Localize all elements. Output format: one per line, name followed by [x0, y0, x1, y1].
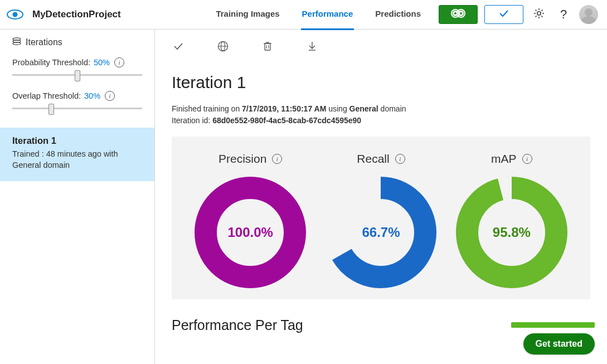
precision-value: 100.0% [195, 177, 306, 288]
metrics-panel: Precision i 100.0% Recall i [172, 137, 590, 299]
iteration-id-label: Iteration id: [172, 116, 212, 125]
svg-line-15 [536, 16, 537, 17]
svg-point-8 [537, 12, 541, 15]
sidebar: Iterations Probability Threshold: 50% i … [0, 30, 155, 364]
map-title: mAP [491, 152, 517, 166]
tab-predictions[interactable]: Predictions [374, 0, 422, 30]
info-icon[interactable]: i [114, 57, 124, 67]
recall-value: 66.7% [325, 177, 436, 288]
overlap-threshold-value: 30% [84, 91, 100, 100]
settings-button[interactable] [530, 6, 548, 23]
iterations-icon [12, 37, 21, 47]
svg-line-16 [541, 10, 542, 11]
publish-button[interactable] [214, 37, 232, 55]
slider-thumb[interactable] [75, 70, 80, 81]
train-button[interactable] [439, 5, 478, 24]
header-actions: ? [439, 5, 598, 24]
probability-threshold-value: 50% [94, 58, 110, 67]
recall-metric: Recall i 66.7% [315, 152, 446, 288]
gears-icon [451, 8, 465, 21]
gear-icon [533, 8, 545, 21]
overlap-threshold-slider[interactable] [12, 104, 142, 114]
map-metric: mAP i 95.8% [446, 152, 577, 288]
info-icon[interactable]: i [105, 91, 115, 101]
svg-point-1 [13, 12, 18, 17]
iterations-list: Iteration 1 Trained : 48 minutes ago wit… [0, 128, 154, 181]
main: Iteration 1 Finished training on 7/17/20… [155, 30, 607, 364]
iterations-title: Iterations [26, 37, 62, 47]
probability-threshold-label: Probability Threshold: [12, 58, 90, 67]
tab-performance[interactable]: Performance [301, 0, 355, 30]
svg-line-14 [541, 16, 542, 17]
iteration-id: 68d0e552-980f-4ac5-8cab-67cdc4595e90 [212, 116, 361, 125]
finished-domain: General [349, 104, 378, 113]
iteration-list-item[interactable]: Iteration 1 Trained : 48 minutes ago wit… [0, 128, 154, 181]
delete-button[interactable] [259, 37, 276, 55]
nav-tabs: Training Images Performance Predictions [215, 0, 422, 29]
probability-threshold-label-row: Probability Threshold: 50% i [12, 57, 142, 67]
finished-datetime: 7/17/2019, 11:50:17 AM [242, 104, 326, 113]
precision-donut: 100.0% [195, 177, 306, 288]
map-value: 95.8% [456, 177, 567, 288]
iterations-title-row: Iterations [12, 37, 142, 47]
probability-threshold-slider[interactable] [12, 71, 142, 81]
progress-bar [511, 322, 595, 328]
overlap-threshold-label-row: Overlap Threshold: 30% i [12, 91, 142, 101]
finished-suffix: domain [378, 104, 406, 113]
iteration-metadata: Finished training on 7/17/2019, 11:50:17… [172, 103, 590, 127]
iteration-heading: Iteration 1 [172, 73, 590, 92]
svg-point-7 [460, 12, 462, 14]
svg-point-6 [454, 12, 457, 14]
finished-mid: using [326, 104, 349, 113]
iteration-toolbar [155, 30, 607, 59]
quick-test-button[interactable] [484, 5, 523, 24]
recall-donut: 66.7% [325, 177, 436, 288]
overlap-threshold-label: Overlap Threshold: [12, 91, 81, 100]
user-avatar[interactable] [579, 5, 598, 24]
info-icon[interactable]: i [395, 154, 405, 164]
svg-line-13 [536, 10, 537, 11]
svg-rect-23 [265, 43, 270, 50]
project-name: MyDetectionProject [32, 9, 121, 20]
eye-logo-icon [7, 9, 23, 20]
slider-thumb[interactable] [48, 104, 54, 115]
tab-training-images[interactable]: Training Images [215, 0, 280, 30]
iteration-item-title: Iteration 1 [12, 135, 142, 146]
mark-default-button[interactable] [169, 37, 187, 55]
check-icon [498, 9, 509, 20]
iteration-item-subtitle: Trained : 48 minutes ago with General do… [12, 148, 142, 171]
precision-title: Precision [218, 152, 266, 166]
header: MyDetectionProject Training Images Perfo… [0, 0, 607, 30]
recall-title: Recall [357, 152, 389, 166]
map-donut: 95.8% [456, 177, 567, 288]
get-started-button[interactable]: Get started [523, 333, 595, 355]
help-button[interactable]: ? [555, 6, 572, 23]
info-icon[interactable]: i [522, 154, 532, 164]
info-icon[interactable]: i [272, 154, 282, 164]
export-button[interactable] [303, 37, 321, 55]
precision-metric: Precision i 100.0% [185, 152, 315, 288]
finished-prefix: Finished training on [172, 104, 242, 113]
